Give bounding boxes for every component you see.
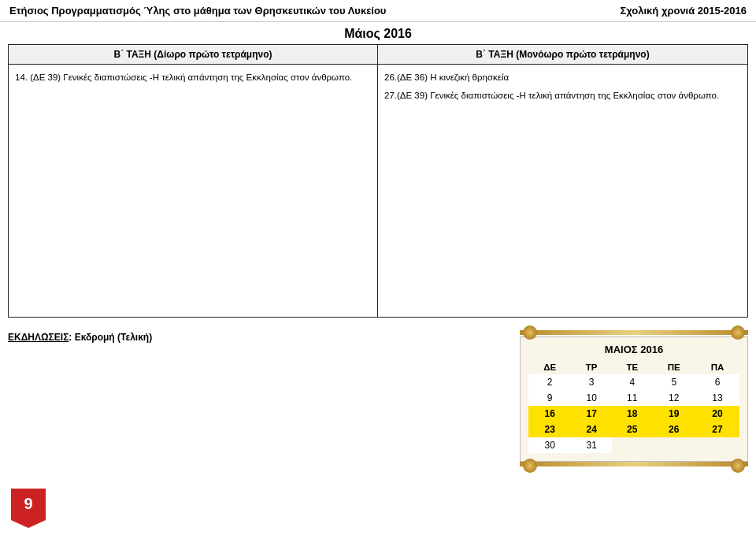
scroll-bar-top xyxy=(520,330,748,335)
scroll-knob-top-left xyxy=(523,325,537,340)
calendar-day-cell: 10 xyxy=(571,390,612,406)
right-item-2: 27.(ΔΕ 39) Γενικές διαπιστώσεις -Η τελικ… xyxy=(384,89,741,102)
header-year: Σχολική χρονιά 2015-2016 xyxy=(621,5,747,17)
calendar-day-cell: 26 xyxy=(653,422,695,437)
ekdilwseis-text: Εκδρομή (Τελική) xyxy=(72,332,152,343)
header-title: Ετήσιος Προγραμματισμός Ύλης στο μάθημα … xyxy=(9,5,386,17)
scroll-bar-bottom xyxy=(520,462,748,467)
content-grid: Β΄ ΤΑΞΗ (Δίωρο πρώτο τετράμηνο) Β΄ ΤΑΞΗ … xyxy=(8,44,748,318)
scroll-knob-bottom-right xyxy=(731,459,745,473)
left-col-header: Β΄ ΤΑΞΗ (Δίωρο πρώτο τετράμηνο) xyxy=(9,45,378,65)
calendar-day-cell: 27 xyxy=(695,422,739,437)
calendar-day-cell: 25 xyxy=(612,422,653,437)
cal-header-de: ΔΕ xyxy=(528,360,571,374)
scroll-bottom-bar xyxy=(520,462,748,474)
calendar-day-cell: 17 xyxy=(571,406,612,422)
calendar-day-cell xyxy=(612,437,653,453)
calendar-day-cell: 4 xyxy=(612,374,653,390)
ekdilwseis-label: ΕΚΔΗΛΩΣΕΙΣ xyxy=(8,332,69,343)
page-number-area: 9 xyxy=(11,489,46,528)
calendar-container: ΜΑΙΟΣ 2016 ΔΕ ΤΡ ΤΕ ΠΕ ΠΑ 23456910111213… xyxy=(520,324,748,474)
calendar-day-cell: 30 xyxy=(528,437,571,453)
calendar-inner: ΜΑΙΟΣ 2016 ΔΕ ΤΡ ΤΕ ΠΕ ΠΑ 23456910111213… xyxy=(520,336,748,462)
calendar-day-cell xyxy=(653,437,695,453)
calendar-day-cell: 13 xyxy=(695,390,739,406)
scroll-knob-top-right xyxy=(731,325,745,340)
ekdilwseis-block: ΕΚΔΗΛΩΣΕΙΣ: Εκδρομή (Τελική) xyxy=(8,324,152,343)
calendar-day-cell: 18 xyxy=(612,406,653,422)
calendar-week-row: 2324252627 xyxy=(528,422,739,437)
calendar-day-cell: 24 xyxy=(571,422,612,437)
cal-header-te: ΤΕ xyxy=(612,360,653,374)
page-header: Ετήσιος Προγραμματισμός Ύλης στο μάθημα … xyxy=(0,0,756,22)
right-col-body: 26.(ΔΕ 36) Η κινεζική θρησκεία 27.(ΔΕ 39… xyxy=(378,65,747,317)
calendar-month-title: ΜΑΙΟΣ 2016 xyxy=(528,344,739,355)
page-badge: 9 xyxy=(11,489,46,528)
cal-header-pa: ΠΑ xyxy=(695,360,739,374)
calendar-week-row: 3031 xyxy=(528,437,739,453)
calendar-day-cell: 5 xyxy=(653,374,695,390)
calendar-day-cell: 23 xyxy=(528,422,571,437)
calendar-day-cell: 31 xyxy=(571,437,612,453)
scroll-top-bar xyxy=(520,324,748,336)
calendar-day-cell: 9 xyxy=(528,390,571,406)
calendar-day-cell: 6 xyxy=(695,374,739,390)
calendar-day-cell: 2 xyxy=(528,374,571,390)
right-col-header: Β΄ ΤΑΞΗ (Μονόωρο πρώτο τετράμηνο) xyxy=(378,45,747,65)
cal-header-pe: ΠΕ xyxy=(653,360,695,374)
month-title: Μάιος 2016 xyxy=(0,22,756,44)
page-number: 9 xyxy=(11,495,46,513)
calendar-day-cell: 16 xyxy=(528,406,571,422)
calendar-table: ΔΕ ΤΡ ΤΕ ΠΕ ΠΑ 2345691011121316171819202… xyxy=(528,360,739,453)
cal-header-tr: ΤΡ xyxy=(571,360,612,374)
left-col-body: 14. (ΔΕ 39) Γενικές διαπιστώσεις -Η τελι… xyxy=(9,65,378,317)
calendar-day-cell xyxy=(695,437,739,453)
calendar-day-cell: 12 xyxy=(653,390,695,406)
calendar-day-cell: 20 xyxy=(695,406,739,422)
bottom-section: ΕΚΔΗΛΩΣΕΙΣ: Εκδρομή (Τελική) ΜΑΙΟΣ 2016 … xyxy=(8,324,748,474)
calendar-header-row: ΔΕ ΤΡ ΤΕ ΠΕ ΠΑ xyxy=(528,360,739,374)
calendar-day-cell: 11 xyxy=(612,390,653,406)
calendar-week-row: 23456 xyxy=(528,374,739,390)
calendar-week-row: 1617181920 xyxy=(528,406,739,422)
calendar-week-row: 910111213 xyxy=(528,390,739,406)
scroll-knob-bottom-left xyxy=(523,459,537,473)
right-item-1: 26.(ΔΕ 36) Η κινεζική θρησκεία xyxy=(384,71,741,84)
calendar-day-cell: 3 xyxy=(571,374,612,390)
left-item-1: 14. (ΔΕ 39) Γενικές διαπιστώσεις -Η τελι… xyxy=(15,71,371,84)
calendar-day-cell: 19 xyxy=(653,406,695,422)
